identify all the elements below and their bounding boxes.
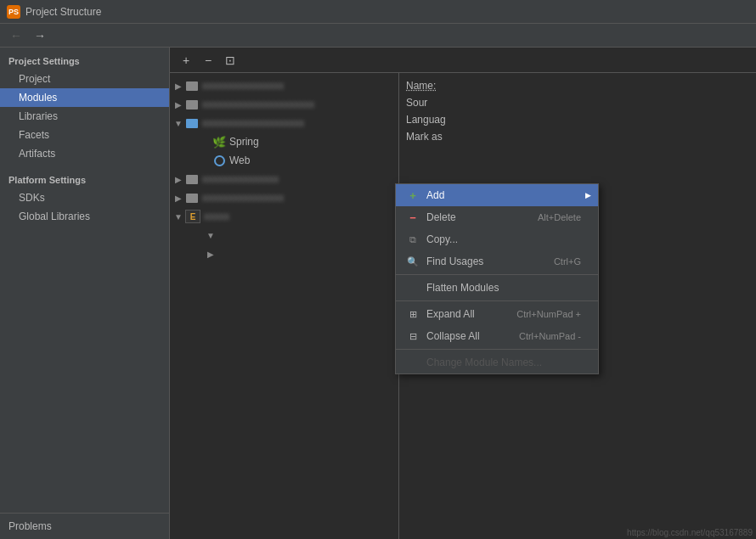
menu-item-find-usages[interactable]: 🔍 Find Usages Ctrl+G (396, 250, 598, 272)
app-icon: PS (7, 5, 20, 19)
tree-arrow: ▼ (172, 210, 185, 223)
back-button[interactable]: ← (7, 27, 25, 44)
source-field-row: Sour (406, 97, 749, 109)
menu-separator (396, 349, 598, 350)
title-bar-text: Project Structure (25, 6, 101, 18)
title-bar: PS Project Structure (0, 0, 756, 24)
mark-as-field-row: Mark as (406, 131, 749, 143)
sidebar-item-artifacts[interactable]: Artifacts (0, 144, 169, 163)
copy-button[interactable]: ⊡ (221, 51, 240, 70)
tree-row-web[interactable]: ▶ Web (170, 151, 398, 170)
sidebar-item-facets[interactable]: Facets (0, 126, 169, 144)
minus-icon: − (406, 211, 420, 224)
tree-arrow: ▶ (204, 247, 217, 261)
shortcut-delete: Alt+Delete (538, 212, 581, 222)
expand-icon: ⊞ (406, 307, 420, 321)
sidebar-item-libraries[interactable]: Libraries (0, 107, 169, 126)
menu-item-change-names: Change Module Names... (396, 351, 598, 373)
tree-label: xxxxxxxxxxxxxxx (202, 173, 279, 185)
menu-item-copy[interactable]: ⧉ Copy... (396, 228, 598, 250)
shortcut-collapse: Ctrl+NumPad - (519, 331, 581, 341)
folder-icon (185, 98, 199, 111)
folder-icon (185, 116, 199, 130)
mark-as-label: Mark as (406, 131, 457, 143)
web-label: Web (229, 154, 250, 166)
tree-row[interactable]: ▼ xxxxxxxxxxxxxxxxxxxx (170, 114, 398, 132)
tree-label: xxxxxxxxxxxxxxxxxxxxxx (202, 98, 314, 110)
tree-arrow: ▶ (172, 79, 185, 93)
tree-label: xxxxxxxxxxxxxxxxxxxx (202, 117, 304, 129)
remove-button[interactable]: − (199, 51, 217, 70)
main-container: Project Settings Project Modules Librari… (0, 48, 756, 539)
spacer: ▶ (199, 154, 212, 167)
web-icon (212, 154, 226, 167)
name-label: Name: (406, 80, 457, 92)
menu-separator (396, 274, 598, 275)
problems-label[interactable]: Problems (8, 520, 52, 532)
folder-icon (185, 191, 199, 205)
sidebar-item-project[interactable]: Project (0, 70, 169, 88)
tree-row[interactable]: ▼ E xxxxx (170, 207, 398, 226)
shortcut-expand: Ctrl+NumPad + (516, 309, 581, 319)
content-area: + − ⊡ ▶ xxxxxxxxxxxxxxxx ▶ (170, 48, 756, 539)
e-icon: E (185, 210, 200, 223)
tree-arrow: ▶ (172, 191, 185, 205)
sidebar-item-global-libraries[interactable]: Global Libraries (0, 207, 169, 226)
tree-row[interactable]: ▼ (170, 226, 398, 244)
menu-item-label: Find Usages (426, 255, 483, 267)
collapse-icon: ⊟ (406, 329, 420, 343)
folder-icon (185, 172, 199, 186)
menu-item-label: Expand All (426, 308, 475, 320)
tree-row[interactable]: ▶ xxxxxxxxxxxxxxxx (170, 76, 398, 95)
tree-label: xxxxxxxxxxxxxxxx (202, 80, 284, 92)
tree-arrow: ▼ (172, 116, 185, 130)
nav-bar: ← → (0, 24, 756, 48)
menu-item-add[interactable]: + Add (396, 184, 598, 206)
tree-arrow: ▼ (204, 228, 217, 242)
spring-icon: 🌿 (212, 135, 226, 149)
menu-item-label: Collapse All (426, 330, 480, 342)
language-label: Languag (406, 114, 457, 126)
name-field-row: Name: (406, 80, 749, 92)
tree-arrow: ▶ (172, 98, 185, 111)
menu-item-delete[interactable]: − Delete Alt+Delete (396, 206, 598, 228)
shortcut-find: Ctrl+G (554, 256, 581, 267)
menu-item-label: Flatten Modules (426, 282, 499, 294)
menu-item-label: Delete (426, 211, 456, 223)
tree-row[interactable]: ▶ xxxxxxxxxxxxxxxx (170, 188, 398, 207)
tree-row[interactable]: ▶ xxxxxxxxxxxxxxx (170, 170, 398, 188)
language-field-row: Languag (406, 114, 749, 126)
tree-row[interactable]: ▶ (170, 244, 398, 263)
problems-section: Problems (0, 513, 170, 539)
tree-arrow: ▶ (172, 172, 185, 186)
copy-doc-icon: ⧉ (406, 233, 420, 246)
menu-item-label: Copy... (426, 233, 458, 245)
sidebar-item-sdks[interactable]: SDKs (0, 188, 169, 207)
add-icon: + (406, 188, 420, 202)
source-label: Sour (406, 97, 457, 109)
sidebar: Project Settings Project Modules Librari… (0, 48, 170, 539)
platform-settings-title: Platform Settings (0, 170, 169, 188)
menu-item-label: Change Module Names... (426, 357, 542, 368)
add-button[interactable]: + (177, 51, 195, 70)
toolbar: + − ⊡ (170, 48, 756, 73)
tree-row[interactable]: ▶ xxxxxxxxxxxxxxxxxxxxxx (170, 95, 398, 114)
flatten-icon (406, 281, 420, 295)
search-icon: 🔍 (406, 255, 420, 268)
menu-item-flatten[interactable]: Flatten Modules (396, 277, 598, 299)
forward-button[interactable]: → (31, 27, 49, 44)
spring-label: Spring (229, 136, 259, 148)
menu-separator (396, 300, 598, 301)
tree-row-spring[interactable]: ▶ 🌿 Spring (170, 132, 398, 151)
module-tree: ▶ xxxxxxxxxxxxxxxx ▶ xxxxxxxxxxxxxxxxxxx… (170, 73, 399, 539)
watermark: https://blog.csdn.net/qq53167889 (627, 528, 753, 537)
change-icon (406, 356, 420, 369)
menu-item-collapse-all[interactable]: ⊟ Collapse All Ctrl+NumPad - (396, 325, 598, 347)
tree-label: xxxxx (204, 211, 229, 222)
context-menu: + Add − Delete Alt+Delete ⧉ Copy... 🔍 Fi… (395, 183, 599, 374)
project-settings-title: Project Settings (0, 51, 169, 70)
menu-item-expand-all[interactable]: ⊞ Expand All Ctrl+NumPad + (396, 303, 598, 325)
sidebar-item-modules[interactable]: Modules (0, 88, 169, 107)
folder-icon (185, 79, 199, 93)
tree-label: xxxxxxxxxxxxxxxx (202, 192, 284, 204)
